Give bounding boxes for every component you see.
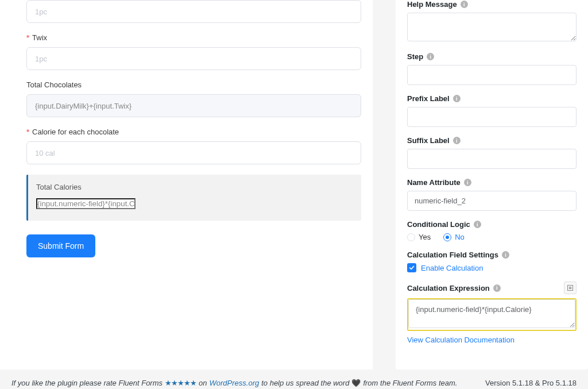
required-asterisk: * — [26, 128, 29, 136]
info-icon[interactable]: i — [453, 137, 461, 144]
checkbox-checked-icon — [407, 263, 416, 272]
name-attribute-label: Name Attribute — [407, 178, 461, 187]
total-chocolates-input[interactable] — [26, 94, 361, 117]
info-icon[interactable]: i — [453, 95, 461, 102]
calculation-expression-option: Calculation Expression i View Calculatio… — [407, 282, 577, 344]
shortcode-picker-button[interactable] — [564, 282, 577, 294]
form-field-dairymilk — [26, 0, 361, 23]
info-icon[interactable]: i — [502, 251, 509, 259]
form-field-total-chocolates: Total Chocolates — [26, 80, 361, 117]
calorie-each-label: Calorie for each chocolate — [32, 128, 119, 136]
prefix-label-input[interactable] — [407, 107, 577, 127]
twix-input[interactable] — [26, 47, 361, 70]
footer-text-suffix: from the Fluent Forms team. — [363, 379, 457, 387]
conditional-logic-label: Conditional Logic — [407, 220, 470, 229]
heart-icon: 🖤 — [351, 379, 361, 387]
info-icon[interactable]: i — [493, 284, 501, 292]
dairymilk-input[interactable] — [26, 0, 361, 23]
conditional-logic-option: Conditional Logic i Yes No — [407, 220, 577, 241]
conditional-logic-no-radio[interactable]: No — [443, 233, 465, 241]
info-icon[interactable]: i — [461, 1, 468, 8]
conditional-logic-yes-radio[interactable]: Yes — [407, 233, 431, 241]
step-option: Step i — [407, 52, 577, 85]
info-icon[interactable]: i — [464, 179, 471, 186]
enable-calculation-checkbox[interactable]: Enable Calculation — [407, 263, 577, 272]
info-icon[interactable]: i — [427, 53, 434, 60]
footer-text-mid: to help us spread the word — [261, 379, 349, 387]
name-attribute-option: Name Attribute i — [407, 178, 577, 211]
calorie-each-input[interactable] — [26, 141, 361, 164]
total-chocolates-label: Total Chocolates — [26, 80, 82, 89]
footer-text-prefix: If you like the plugin please rate Fluen… — [11, 379, 163, 387]
form-field-total-calories-selected[interactable]: Total Calories — [26, 175, 361, 221]
suffix-label-option: Suffix Label i — [407, 136, 577, 169]
help-message-label: Help Message — [407, 0, 457, 9]
prefix-label-option: Prefix Label i — [407, 94, 577, 127]
help-message-option: Help Message i — [407, 0, 577, 43]
calc-expression-textarea[interactable] — [408, 299, 575, 328]
calculation-documentation-link[interactable]: View Calculation Documentation — [407, 336, 514, 344]
suffix-label-label: Suffix Label — [407, 136, 450, 145]
form-field-calorie-each: * Calorie for each chocolate — [26, 128, 361, 164]
name-attribute-input[interactable] — [407, 191, 577, 211]
wordpress-org-link[interactable]: WordPress.org — [210, 379, 260, 387]
step-input[interactable] — [407, 65, 577, 85]
help-message-textarea[interactable] — [407, 13, 577, 41]
calc-settings-label: Calculation Field Settings — [407, 251, 498, 259]
stars-icon[interactable]: ★★★★★ — [165, 379, 196, 387]
total-calories-input[interactable] — [36, 198, 136, 209]
submit-button[interactable]: Submit Form — [26, 234, 95, 257]
field-settings-panel: Help Message i Step i Prefix Label i Suf… — [396, 0, 588, 369]
calc-expression-label: Calculation Expression — [407, 284, 490, 292]
calculation-field-settings-option: Calculation Field Settings i Enable Calc… — [407, 251, 577, 272]
footer: If you like the plugin please rate Fluen… — [0, 369, 588, 389]
footer-text-on: on — [199, 379, 207, 387]
prefix-label-label: Prefix Label — [407, 94, 450, 103]
version-text: Version 5.1.18 & Pro 5.1.18 — [485, 379, 577, 387]
twix-label: Twix — [32, 33, 47, 42]
info-icon[interactable]: i — [474, 221, 481, 228]
step-label: Step — [407, 52, 423, 61]
form-field-twix: * Twix — [26, 33, 361, 70]
suffix-label-input[interactable] — [407, 149, 577, 169]
required-asterisk: * — [26, 33, 29, 42]
total-calories-label: Total Calories — [36, 183, 353, 191]
